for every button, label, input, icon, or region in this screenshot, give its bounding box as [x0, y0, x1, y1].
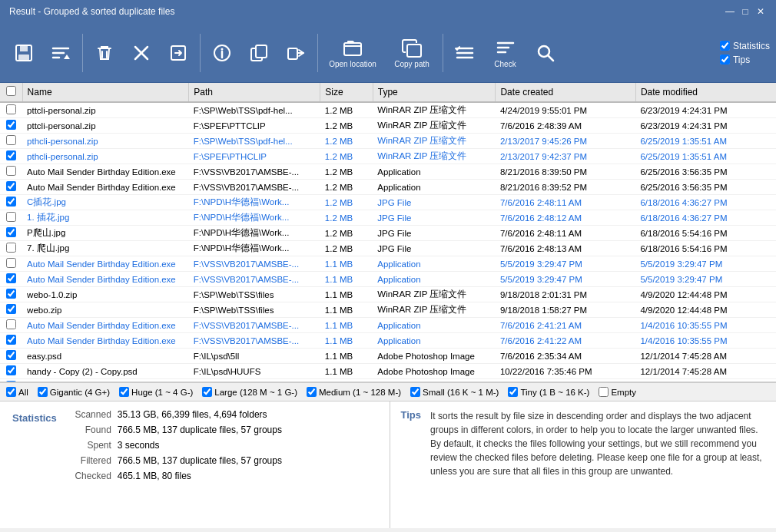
row-check-cell[interactable]	[0, 364, 22, 379]
row-check-cell[interactable]	[0, 241, 22, 256]
filter-empty[interactable]: Empty	[599, 387, 636, 397]
row-checkbox[interactable]	[6, 335, 16, 345]
row-check-cell[interactable]	[0, 318, 22, 333]
copy-loop-button[interactable]	[241, 30, 277, 76]
sort-button[interactable]	[43, 30, 78, 76]
row-type: Application	[373, 333, 496, 349]
check-list-button[interactable]	[447, 30, 483, 76]
row-checkbox[interactable]	[6, 273, 16, 283]
row-checkbox[interactable]	[6, 135, 16, 145]
row-type: WinRAR ZIP 压缩文件	[373, 118, 496, 134]
row-checkbox[interactable]	[6, 243, 16, 253]
statistics-checkbox-input[interactable]	[720, 41, 730, 51]
row-checkbox[interactable]	[6, 150, 16, 160]
row-check-cell[interactable]	[0, 195, 22, 210]
row-size: 1.1 MB	[320, 364, 373, 379]
row-checkbox[interactable]	[6, 289, 16, 299]
minimize-button[interactable]: —	[724, 5, 736, 18]
row-check-cell[interactable]	[0, 287, 22, 302]
filter-tiny-checkbox[interactable]	[508, 387, 518, 397]
save-button[interactable]	[6, 30, 41, 76]
row-check-cell[interactable]	[0, 272, 22, 287]
copy-path-button[interactable]: Copy path	[385, 30, 439, 76]
table-row: pttcli-personal.zip F:\SP\Web\TSS\pdf-he…	[0, 102, 776, 118]
filter-gigantic-checkbox[interactable]	[38, 387, 48, 397]
filter-medium-checkbox[interactable]	[307, 387, 317, 397]
table-row: Auto Mail Sender Birthday Edition.exe F:…	[0, 272, 776, 287]
row-check-cell[interactable]	[0, 210, 22, 226]
row-name: Auto Mail Sender Birthday Edition.exe	[22, 318, 189, 333]
filter-huge-label: Huge (1 ~ 4 G-)	[131, 388, 193, 397]
row-name: webo-1.0.zip	[22, 287, 189, 302]
info-button[interactable]	[204, 30, 240, 76]
row-checkbox[interactable]	[6, 258, 16, 268]
row-name: pthcli-personal.zip	[22, 149, 189, 164]
close-button[interactable]: ✕	[754, 5, 767, 18]
row-check-cell[interactable]	[0, 102, 22, 118]
row-check-cell[interactable]	[0, 302, 22, 318]
tips-section-label: Tips	[401, 409, 422, 520]
filter-tiny[interactable]: Tiny (1 B ~ 16 K-)	[508, 387, 589, 397]
tips-checkbox[interactable]: Tips	[720, 55, 770, 65]
filter-medium[interactable]: Medium (1 ~ 128 M-)	[307, 387, 401, 397]
filter-small-checkbox[interactable]	[410, 387, 420, 397]
delete-button[interactable]	[87, 30, 122, 76]
row-type: Application	[373, 256, 496, 272]
open-location-button[interactable]: Open location	[322, 30, 383, 76]
row-modified: 6/25/2019 1:35:51 AM	[635, 134, 776, 149]
filter-large-checkbox[interactable]	[202, 387, 212, 397]
table-row: easy.psd F:\IL\psd\5ll 1.1 MB Adobe Phot…	[0, 349, 776, 364]
row-path: F:\SP\Web\TSS\files	[189, 302, 320, 318]
tips-checkbox-input[interactable]	[720, 55, 730, 64]
filter-gigantic[interactable]: Gigantic (4 G+)	[38, 387, 110, 397]
table-row: Auto Mail Sender Birthday Edition.exe F:…	[0, 333, 776, 349]
select-all-checkbox[interactable]	[6, 86, 16, 96]
filter-all-checkbox[interactable]	[6, 387, 16, 397]
row-modified: 6/18/2016 4:36:27 PM	[635, 195, 776, 210]
header-check[interactable]	[0, 83, 22, 102]
row-checkbox[interactable]	[6, 365, 16, 375]
statistics-section-label: Statistics	[12, 409, 57, 520]
row-checkbox[interactable]	[6, 227, 16, 237]
row-check-cell[interactable]	[0, 149, 22, 164]
row-size: 1.2 MB	[320, 118, 373, 134]
filter-huge-checkbox[interactable]	[119, 387, 129, 397]
row-checkbox[interactable]	[6, 319, 16, 329]
filter-small[interactable]: Small (16 K ~ 1 M-)	[410, 387, 499, 397]
row-check-cell[interactable]	[0, 118, 22, 134]
statistics-checkbox[interactable]: Statistics	[720, 41, 770, 51]
row-check-cell[interactable]	[0, 134, 22, 149]
filter-huge[interactable]: Huge (1 ~ 4 G-)	[119, 387, 193, 397]
row-check-cell[interactable]	[0, 349, 22, 364]
row-check-cell[interactable]	[0, 333, 22, 349]
row-checkbox[interactable]	[6, 350, 16, 360]
row-check-cell[interactable]	[0, 256, 22, 272]
row-size: 1.1 MB	[320, 333, 373, 349]
stats-key: Found	[69, 425, 111, 435]
check-button[interactable]: Check	[484, 30, 526, 76]
remove-button[interactable]	[124, 30, 159, 76]
row-checkbox[interactable]	[6, 181, 16, 191]
row-path: F:\NPD\H华德福\Work...	[189, 241, 320, 256]
maximize-button[interactable]: □	[739, 5, 751, 18]
row-checkbox[interactable]	[6, 120, 16, 130]
filter-small-label: Small (16 K ~ 1 M-)	[423, 388, 499, 397]
header-created: Date created	[496, 83, 635, 102]
row-checkbox[interactable]	[6, 104, 16, 114]
row-checkbox[interactable]	[6, 197, 16, 207]
row-type: WinRAR ZIP 压缩文件	[373, 102, 496, 118]
filter-all[interactable]: All	[6, 387, 28, 397]
row-checkbox[interactable]	[6, 166, 16, 176]
row-check-cell[interactable]	[0, 164, 22, 180]
row-check-cell[interactable]	[0, 226, 22, 241]
row-checkbox[interactable]	[6, 212, 16, 222]
export-button[interactable]	[161, 30, 196, 76]
filter-large[interactable]: Large (128 M ~ 1 G-)	[202, 387, 297, 397]
search-button[interactable]	[528, 30, 563, 76]
move-button[interactable]	[278, 30, 313, 76]
filter-empty-checkbox[interactable]	[599, 387, 609, 397]
filter-medium-label: Medium (1 ~ 128 M-)	[319, 388, 401, 397]
row-check-cell[interactable]	[0, 180, 22, 195]
table-row: C插花.jpg F:\NPD\H华德福\Work... 1.2 MB JPG F…	[0, 195, 776, 210]
row-checkbox[interactable]	[6, 304, 16, 314]
